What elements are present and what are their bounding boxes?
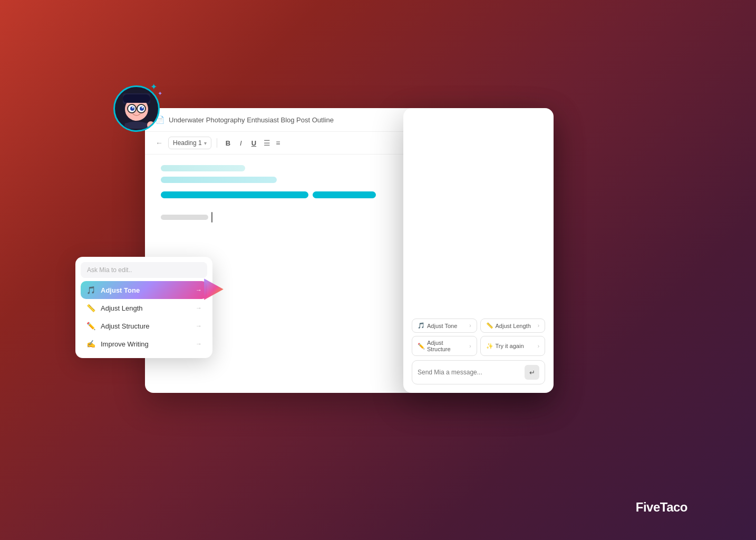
context-menu: Ask Mia to edit.. 🎵 Adjust Tone → 📏 Adju… (75, 257, 212, 358)
menu-item-adjust-length[interactable]: 📏 Adjust Length → (81, 299, 207, 317)
text-line-3 (161, 191, 308, 198)
try-again-chip[interactable]: ✨ Try it again › (480, 336, 546, 356)
chip-row-1: 🎵 Adjust Tone › 📏 Adjust Length › (412, 319, 545, 333)
chip-arrow-3: › (469, 343, 471, 349)
adjust-length-chip[interactable]: 📏 Adjust Length › (480, 319, 546, 333)
avatar-circle (113, 85, 160, 132)
message-input[interactable] (418, 369, 520, 376)
italic-button[interactable]: I (237, 137, 245, 149)
text-line-4 (313, 191, 376, 198)
search-placeholder: Ask Mia to edit.. (87, 266, 132, 274)
adjust-structure-chip[interactable]: ✏️ Adjust Structure › (412, 336, 477, 356)
action-chips: 🎵 Adjust Tone › 📏 Adjust Length › ✏️ Adj… (412, 319, 545, 356)
try-again-icon: ✨ (486, 343, 493, 350)
improve-writing-menu-label: Improve Writing (101, 340, 190, 348)
brand-taco: Taco (660, 500, 687, 514)
svg-point-7 (132, 107, 134, 108)
menu-search: Ask Mia to edit.. (81, 262, 207, 278)
avatar-face-svg (118, 89, 155, 129)
chip-arrow-1: › (469, 323, 471, 329)
svg-marker-12 (204, 278, 224, 300)
brand-five: Five (636, 500, 660, 514)
try-again-label: Try it again (496, 343, 536, 349)
adjust-tone-chip[interactable]: 🎵 Adjust Tone › (412, 319, 477, 333)
svg-rect-10 (123, 94, 150, 103)
text-line-1 (161, 165, 245, 171)
brand: FiveTaco (636, 500, 687, 515)
adjust-structure-menu-label: Adjust Structure (101, 322, 190, 330)
toolbar-separator (217, 138, 217, 148)
underline-button[interactable]: U (248, 137, 259, 149)
message-input-container: ↵ (412, 360, 545, 384)
chip-arrow-2: › (538, 323, 539, 329)
length-menu-icon: 📏 (86, 304, 95, 312)
sparkle-1-icon: ✦ (150, 82, 157, 92)
chip-row-2: ✏️ Adjust Structure › ✨ Try it again › (412, 336, 545, 356)
svg-point-8 (142, 107, 143, 108)
list-icon: ☰ (264, 139, 270, 147)
menu-item-improve-writing[interactable]: ✍️ Improve Writing → (81, 335, 207, 353)
writing-arrow: → (196, 340, 202, 348)
sparkle-2-icon: ✦ (158, 90, 162, 97)
send-button[interactable]: ↵ (525, 365, 539, 380)
ai-avatar: ✦ ✦ (113, 82, 174, 142)
structure-icon: ✏️ (418, 343, 425, 350)
chevron-down-icon: ▾ (204, 140, 207, 146)
adjust-tone-label: Adjust Tone (427, 323, 467, 329)
bold-button[interactable]: B (222, 137, 234, 149)
tone-menu-icon: 🎵 (86, 286, 95, 294)
text-line-2 (161, 177, 277, 183)
structure-menu-icon: ✏️ (86, 322, 95, 330)
tone-icon: 🎵 (418, 322, 425, 329)
structure-arrow: → (196, 322, 202, 330)
adjust-tone-menu-label: Adjust Tone (101, 286, 190, 294)
adjust-length-label: Adjust Length (496, 323, 536, 329)
svg-point-11 (147, 121, 154, 129)
adjust-length-menu-label: Adjust Length (101, 304, 190, 312)
heading-label: Heading 1 (173, 139, 202, 147)
menu-item-adjust-tone[interactable]: 🎵 Adjust Tone → (81, 281, 207, 299)
ordered-list-icon: ≡ (276, 139, 280, 147)
chip-arrow-4: › (538, 343, 539, 349)
cursor-text-before (161, 215, 208, 220)
writing-menu-icon: ✍️ (86, 340, 95, 348)
editor-right-panel: 🎵 Adjust Tone › 📏 Adjust Length › ✏️ Adj… (403, 108, 554, 393)
length-arrow: → (196, 304, 202, 312)
heading-select[interactable]: Heading 1 ▾ (168, 137, 211, 149)
doc-title: Underwater Photography Enthusiast Blog P… (169, 116, 334, 124)
length-icon: 📏 (486, 322, 493, 329)
menu-item-adjust-structure[interactable]: ✏️ Adjust Structure → (81, 317, 207, 335)
color-arrow (199, 275, 228, 305)
text-cursor (211, 212, 212, 223)
adjust-structure-label: Adjust Structure (427, 340, 467, 352)
